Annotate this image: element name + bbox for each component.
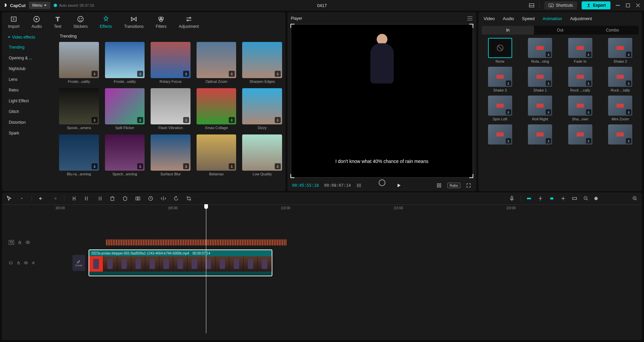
preview-axis-button[interactable]: [560, 195, 566, 202]
download-icon[interactable]: [586, 80, 591, 86]
zoom-in-button[interactable]: [632, 195, 638, 202]
mark-button[interactable]: [122, 195, 128, 202]
timeline[interactable]: TI Cover 2023s-jordan-klepper-001-9ad509…: [2, 213, 642, 340]
mirror-button[interactable]: [160, 195, 166, 202]
effect-card[interactable]: Spectr...anning: [105, 134, 145, 176]
effect-card[interactable]: Dizzy: [242, 88, 282, 130]
download-icon[interactable]: [137, 163, 143, 169]
frames-button[interactable]: [135, 195, 141, 202]
download-icon[interactable]: [92, 163, 98, 169]
tab-filters[interactable]: Filters: [154, 15, 168, 30]
mic-button[interactable]: [509, 195, 515, 202]
effect-card[interactable]: Betamax: [197, 134, 236, 176]
effect-card[interactable]: Spook...amera: [59, 88, 99, 130]
download-icon[interactable]: [626, 109, 631, 115]
cat-lens[interactable]: Lens: [4, 74, 54, 84]
anim-card[interactable]: Shake 1: [522, 67, 559, 92]
fullscreen-icon[interactable]: [466, 182, 472, 188]
download-icon[interactable]: [137, 71, 143, 77]
effect-card[interactable]: Xmas Collage: [197, 88, 236, 130]
rotate-button[interactable]: [173, 195, 179, 202]
compare-icon[interactable]: [356, 183, 362, 188]
tab-transitions[interactable]: Transitions: [123, 15, 145, 30]
ratio-button[interactable]: Ratio: [447, 183, 460, 188]
ptab-speed[interactable]: Speed: [522, 16, 535, 21]
lock-icon[interactable]: [17, 240, 22, 245]
ptab-animation[interactable]: Animation: [543, 16, 562, 21]
undo-button[interactable]: [39, 195, 45, 202]
minimize-button[interactable]: [615, 3, 621, 8]
cat-trending[interactable]: Trending: [4, 42, 54, 52]
sync-icon[interactable]: [379, 179, 385, 186]
effect-card[interactable]: Low Quality: [242, 134, 282, 176]
cat-glitch[interactable]: Glitch: [4, 107, 54, 117]
playhead[interactable]: [206, 205, 206, 333]
effect-card[interactable]: Sharpen Edges: [242, 42, 282, 83]
reverse-button[interactable]: [148, 195, 154, 202]
cat-opening[interactable]: Opening & ...: [4, 53, 54, 63]
download-icon[interactable]: [586, 109, 591, 115]
download-icon[interactable]: [626, 138, 631, 144]
tab-audio[interactable]: Audio: [30, 15, 43, 30]
subtab-in[interactable]: In: [482, 26, 534, 35]
lock-icon[interactable]: [16, 261, 21, 265]
download-icon[interactable]: [229, 163, 235, 169]
download-icon[interactable]: [586, 52, 591, 57]
eye-icon[interactable]: [24, 261, 28, 265]
menu-button[interactable]: Menu: [29, 2, 50, 9]
download-icon[interactable]: [626, 52, 631, 57]
eye-icon[interactable]: [25, 240, 30, 245]
close-button[interactable]: [635, 3, 641, 8]
delete-left-button[interactable]: [84, 195, 90, 202]
download-icon[interactable]: [506, 80, 511, 86]
download-icon[interactable]: [506, 109, 511, 115]
anim-card[interactable]: [522, 124, 559, 146]
download-icon[interactable]: [275, 163, 281, 169]
tab-import[interactable]: Import: [7, 15, 21, 30]
anim-card[interactable]: Shake 2: [602, 38, 639, 63]
anim-card[interactable]: Roll Right: [522, 96, 559, 121]
anim-card[interactable]: Rock ...tally: [602, 67, 639, 92]
anim-card[interactable]: Rock ...cally: [562, 67, 599, 92]
tab-adjustment[interactable]: Adjustment: [177, 15, 200, 30]
download-icon[interactable]: [183, 163, 189, 169]
delete-button[interactable]: [109, 195, 115, 202]
anim-card[interactable]: [602, 124, 639, 146]
download-icon[interactable]: [92, 71, 98, 77]
video-clip[interactable]: 2023s-jordan-klepper-001-9ad509a1-1243-4…: [89, 249, 272, 276]
download-icon[interactable]: [586, 138, 591, 144]
effect-card[interactable]: Surface Blur: [151, 134, 191, 176]
cat-nightclub[interactable]: Nightclub: [4, 64, 54, 74]
download-icon[interactable]: [275, 117, 281, 123]
timeline-ruler[interactable]: |00:00 |05:00 |10:00 |15:00 |20:00: [2, 205, 642, 213]
download-icon[interactable]: [626, 80, 631, 86]
mute-icon[interactable]: [32, 261, 36, 265]
crop-button[interactable]: [186, 195, 192, 202]
anim-card[interactable]: Spin Left: [482, 96, 519, 121]
download-icon[interactable]: [275, 71, 281, 77]
anim-card[interactable]: [562, 124, 599, 146]
download-icon[interactable]: [546, 52, 551, 57]
download-icon[interactable]: [183, 71, 189, 77]
anim-card[interactable]: Fade In: [562, 38, 599, 63]
cat-retro[interactable]: Retro: [4, 85, 54, 95]
anim-card[interactable]: [482, 124, 519, 146]
magnet-main-button[interactable]: [526, 195, 532, 202]
export-button[interactable]: Export: [582, 1, 610, 9]
track-toggle-button[interactable]: [572, 195, 578, 202]
zoom-slider[interactable]: [594, 197, 598, 200]
split-button[interactable]: [71, 195, 77, 202]
effect-card[interactable]: Optical Zoom: [197, 42, 236, 83]
effect-card[interactable]: Blu-ra...anning: [59, 134, 99, 176]
download-icon[interactable]: [229, 117, 235, 123]
effect-card[interactable]: Froste...uality: [59, 42, 99, 83]
download-icon[interactable]: [546, 138, 551, 144]
download-icon[interactable]: [546, 109, 551, 115]
maximize-button[interactable]: [625, 3, 631, 8]
subtab-out[interactable]: Out: [534, 26, 586, 35]
subtab-combo[interactable]: Combo: [586, 26, 639, 35]
category-head[interactable]: Video effects: [4, 33, 54, 42]
scale-icon[interactable]: [436, 182, 442, 188]
cat-spark[interactable]: Spark: [4, 128, 54, 138]
magnet-button[interactable]: [549, 195, 555, 202]
